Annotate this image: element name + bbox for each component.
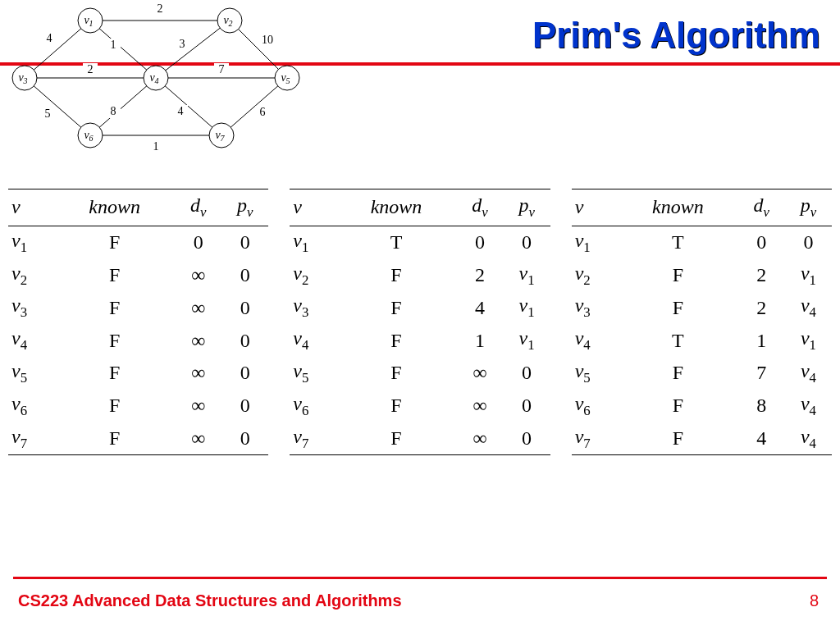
graph-svg: 2413102758461v1v2v3v4v5v6v7 — [8, 0, 304, 164]
table-row: v1T00 — [290, 226, 550, 258]
footer-page: 8 — [810, 591, 819, 610]
prim-table-1: vknowndvpvv1F00v2F∞0v3F∞0v4F∞0v5F∞0v6F∞0… — [8, 189, 268, 455]
graph-diagram: 2413102758461v1v2v3v4v5v6v7 — [8, 0, 304, 164]
table-row: v7F∞0 — [290, 422, 550, 455]
table-header: dv — [456, 189, 503, 226]
edge-weight: 1 — [153, 140, 159, 153]
table-row: v1F00 — [8, 226, 268, 258]
edge-weight: 2 — [88, 63, 94, 75]
edge-weight: 4 — [47, 32, 52, 44]
table-header: v — [290, 189, 336, 226]
footer-rule — [13, 577, 827, 579]
table-header: known — [54, 189, 175, 226]
table-row: v3F2v4 — [572, 291, 832, 324]
table-header: known — [336, 189, 457, 226]
table-row: v2F2v1 — [572, 259, 832, 292]
edge-weight: 3 — [180, 38, 185, 50]
table-header: v — [572, 189, 618, 226]
table-row: v4F∞0 — [8, 324, 268, 357]
table-row: v6F∞0 — [8, 390, 268, 422]
table-row: v2F2v1 — [290, 259, 550, 292]
edge-weight: 6 — [260, 106, 266, 118]
graph-edge — [90, 78, 156, 135]
prim-table-3: vknowndvpvv1T00v2F2v1v3F2v4v4T1v1v5F7v4v… — [572, 189, 832, 455]
edge-weight: 8 — [111, 105, 116, 117]
graph-edge — [90, 21, 156, 78]
edge-weight: 4 — [178, 105, 184, 117]
edge-weight: 7 — [219, 63, 225, 75]
table-header: dv — [175, 189, 221, 226]
edge-weight: 10 — [262, 34, 273, 46]
graph-edge — [156, 78, 221, 135]
table-row: v4T1v1 — [572, 324, 832, 357]
graph-edge — [221, 78, 287, 135]
footer-course: CS223 Advanced Data Structures and Algor… — [18, 591, 402, 610]
edge-weight: 1 — [111, 39, 116, 51]
table-header: known — [618, 189, 738, 226]
tables-container: vknowndvpvv1F00v2F∞0v3F∞0v4F∞0v5F∞0v6F∞0… — [8, 189, 832, 455]
table-row: v6F∞0 — [290, 390, 550, 422]
table-row: v3F∞0 — [8, 291, 268, 324]
table-header: pv — [221, 189, 268, 226]
table-row: v2F∞0 — [8, 259, 268, 292]
graph-edge — [25, 78, 90, 135]
table-row: v7F∞0 — [8, 422, 268, 455]
table-row: v5F∞0 — [8, 357, 268, 390]
prim-table-2: vknowndvpvv1T00v2F2v1v3F4v1v4F1v1v5F∞0v6… — [290, 189, 550, 455]
graph-edge — [25, 21, 90, 78]
table-row: v5F∞0 — [290, 357, 550, 390]
table-row: v6F8v4 — [572, 390, 832, 422]
table-row: v5F7v4 — [572, 357, 832, 390]
table-row: v4F1v1 — [290, 324, 550, 357]
edge-weight: 2 — [158, 2, 163, 15]
edge-weight: 5 — [45, 107, 51, 120]
table-header: dv — [738, 189, 785, 226]
table-row: v1T00 — [572, 226, 832, 258]
table-header: v — [8, 189, 54, 226]
table-row: v7F4v4 — [572, 422, 832, 455]
table-row: v3F4v1 — [290, 291, 550, 324]
slide-title: Prim's Algorithm — [532, 15, 820, 56]
table-header: pv — [504, 189, 550, 226]
table-header: pv — [785, 189, 832, 226]
